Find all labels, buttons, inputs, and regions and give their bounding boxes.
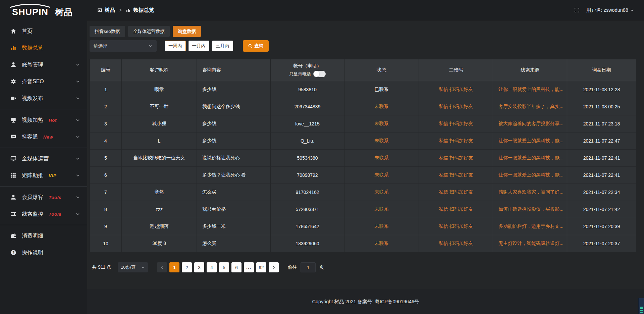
chevron-down-icon <box>76 118 80 122</box>
page-button-5[interactable]: 5 <box>219 262 229 272</box>
cell-source-link[interactable]: 让你一眼就爱上的黑科技，能... <box>493 133 567 150</box>
date-range-group: 一周内一月内三月内 <box>165 41 233 51</box>
page-unit-label: 页 <box>319 264 324 270</box>
range-button-1[interactable]: 一周内 <box>165 41 186 51</box>
cell-qr-link[interactable]: 私信 扫码加好友 <box>419 167 493 184</box>
cell-account: Q_Liu. <box>271 133 344 150</box>
cell-qr-link[interactable]: 私信 扫码加好友 <box>419 184 493 201</box>
sidebar-item-4[interactable]: 抖音SEO <box>0 73 87 90</box>
cell-status: 未联系 <box>344 218 419 235</box>
sidebar-item-5[interactable]: 视频发布 <box>0 90 87 107</box>
floating-widget[interactable] <box>638 298 644 314</box>
cell-source-link[interactable]: 让你一眼就爱上的黑科技，能... <box>493 167 567 184</box>
sidebar-item-label: 线索监控 <box>22 211 43 218</box>
cell-content: 多少钱一米 <box>197 218 271 235</box>
screen-icon <box>10 155 17 162</box>
sidebar-item-8[interactable]: 全媒体运营 <box>0 150 87 167</box>
cell-source-link[interactable]: 让你一眼就爱上的黑科技，能... <box>493 150 567 167</box>
cell-account: 917024162 <box>271 184 344 201</box>
page-button-1[interactable]: 1 <box>169 262 179 272</box>
cell-qr-link[interactable]: 私信 扫码加好友 <box>419 150 493 167</box>
cell-source-link[interactable]: 感谢大家喜欢我家，被问了好... <box>493 184 567 201</box>
sidebar: SHUPIN 树品 首页数据总览账号管理抖音SEO视频发布视频加热Hot抖客通N… <box>0 0 87 314</box>
cell-source-link[interactable]: 被大家追着问的客厅投影分享... <box>493 115 567 133</box>
cell-source-link[interactable]: 多功能护栏灯，适用于乡村文... <box>493 218 567 235</box>
sidebar-item-label: 矩阵助推 <box>22 172 43 179</box>
table-row: 1哦章多少钱9583810已联系私信 扫码加好友让你一眼就爱上的黑科技，能...… <box>90 81 636 98</box>
page-button-3[interactable]: 3 <box>194 262 204 272</box>
page-button-4[interactable]: 4 <box>207 262 217 272</box>
sidebar-item-9[interactable]: 矩阵助推VIP <box>0 167 87 184</box>
page-ellipsis-button[interactable]: ... <box>244 262 254 272</box>
cell-content: 多少钱 <box>197 115 271 133</box>
filter-select[interactable]: 请选择 <box>90 40 157 52</box>
sidebar-item-12[interactable]: 消费明细 <box>0 227 87 244</box>
column-header-label: 二维码 <box>449 67 463 73</box>
column-header-4: 帐号（电话）只显示电话 <box>271 59 344 81</box>
chevron-down-icon <box>76 96 80 100</box>
breadcrumb-item-app[interactable]: 树品 <box>97 7 115 14</box>
pagination: 共 911 条 10条/页 123456...92 前往 1 页 <box>90 262 636 272</box>
chevron-down-icon <box>630 8 634 12</box>
column-header-2: 客户昵称 <box>122 59 197 81</box>
phone-only-toggle[interactable] <box>313 71 326 77</box>
sidebar-item-2[interactable]: 数据总览 <box>0 40 87 56</box>
username-label: 用户名: zswodun88 <box>586 7 628 13</box>
cell-qr-link[interactable]: 私信 扫码加好友 <box>419 235 493 252</box>
cell-qr-link[interactable]: 私信 扫码加好友 <box>419 218 493 235</box>
prev-page-button[interactable] <box>157 262 167 272</box>
top-header: 树品 > 数据总览 用户名: zswodun88 <box>87 0 644 20</box>
next-page-button[interactable] <box>269 262 279 272</box>
column-header-label: 编号 <box>101 67 110 73</box>
cell-qr-link[interactable]: 私信 扫码加好友 <box>419 81 493 98</box>
sidebar-item-7[interactable]: 抖客通New <box>0 128 87 145</box>
tab-3[interactable]: 询盘数据 <box>173 26 201 37</box>
sidebar-item-label: 账号管理 <box>22 61 43 68</box>
cell-source-link[interactable]: 无主灯设计，智能磁吸轨道灯... <box>493 235 567 252</box>
tab-1[interactable]: 抖音seo数据 <box>90 26 125 37</box>
sidebar-divider <box>0 109 87 109</box>
range-button-2[interactable]: 一月内 <box>189 41 210 51</box>
goto-page-input[interactable]: 1 <box>301 262 316 272</box>
sidebar-item-label: 全媒体运营 <box>22 155 49 162</box>
cell-content: 多少钱 <box>197 81 271 98</box>
sidebar-item-10[interactable]: 会员爆客Tools <box>0 189 87 206</box>
sidebar-item-11[interactable]: 线索监控Tools <box>0 206 87 222</box>
chevron-down-icon <box>76 195 80 199</box>
page-buttons: 123456...92 <box>157 262 281 272</box>
cell-content: 多少钱？让我死心 看 <box>197 167 271 184</box>
cell-source-link[interactable]: 如何正确选择投影仪，买投影... <box>493 201 567 218</box>
chevron-down-icon <box>76 80 80 84</box>
sidebar-item-1[interactable]: 首页 <box>0 23 87 40</box>
page-button-92[interactable]: 92 <box>256 262 266 272</box>
cell-qr-link[interactable]: 私信 扫码加好友 <box>419 98 493 115</box>
range-button-3[interactable]: 三月内 <box>212 41 233 51</box>
page-button-6[interactable]: 6 <box>231 262 241 272</box>
page-button-2[interactable]: 2 <box>182 262 192 272</box>
fullscreen-icon[interactable] <box>574 7 580 13</box>
table-row: 5当地比较能吃的一位美女说说价格让我死心50534380未联系私信 扫码加好友让… <box>90 150 636 167</box>
cell-qr-link[interactable]: 私信 扫码加好友 <box>419 133 493 150</box>
tab-2[interactable]: 全媒体运营数据 <box>128 26 170 37</box>
cell-qr-link[interactable]: 私信 扫码加好友 <box>419 201 493 218</box>
cell-account: 572803371 <box>271 201 344 218</box>
cell-status: 未联系 <box>344 184 419 201</box>
window-icon <box>97 8 102 13</box>
cell-date: 2021-11-07 20:37 <box>567 235 636 252</box>
cell-date: 2021-11-07 21:42 <box>567 201 636 218</box>
cell-qr-link[interactable]: 私信 扫码加好友 <box>419 115 493 133</box>
search-icon <box>248 44 253 48</box>
sidebar-item-13[interactable]: ?操作说明 <box>0 244 87 261</box>
sidebar-item-3[interactable]: 账号管理 <box>0 56 87 73</box>
table-header-row: 编号客户昵称咨询内容帐号（电话）只显示电话状态二维码线索来源询盘日期 <box>90 59 636 81</box>
user-menu[interactable]: 用户名: zswodun88 <box>586 7 634 13</box>
cell-status: 未联系 <box>344 235 419 252</box>
table-row: 9潮起潮落多少钱一米178651642未联系私信 扫码加好友多功能护栏灯，适用于… <box>90 218 636 235</box>
sidebar-item-6[interactable]: 视频加热Hot <box>0 112 87 128</box>
search-button[interactable]: 查询 <box>243 40 269 52</box>
cell-source-link[interactable]: 客厅安装投影半年多了，真实... <box>493 98 567 115</box>
page-size-select[interactable]: 10条/页 <box>118 262 148 272</box>
cell-account: 2097344839 <box>271 98 344 115</box>
breadcrumb-item-page[interactable]: 数据总览 <box>126 7 154 14</box>
cell-source-link[interactable]: 让你一眼就爱上的黑科技，能... <box>493 81 567 98</box>
